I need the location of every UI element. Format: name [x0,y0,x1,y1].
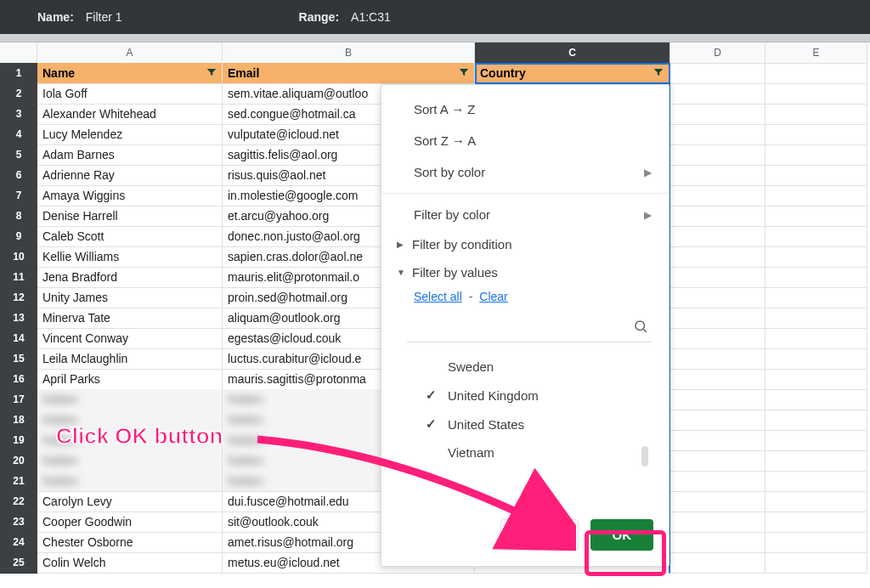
row-number[interactable]: 12 [0,287,37,308]
cell-A[interactable]: April Parks [37,369,223,390]
cell-A[interactable]: Vincent Conway [37,328,223,349]
cell-E[interactable] [765,389,867,410]
cell-A[interactable]: Kellie Williams [37,246,223,268]
cell-D[interactable] [670,410,765,431]
cell-A[interactable]: Unity James [37,287,223,308]
filter-icon[interactable] [457,65,471,79]
cell-E[interactable] [765,348,867,370]
filter-by-color[interactable]: Filter by color▶ [381,199,669,230]
clear-link[interactable]: Clear [479,290,507,303]
cell-A[interactable]: Minerva Tate [37,308,223,329]
filter-value-item[interactable]: ✓United States [407,410,652,438]
cell-D[interactable] [670,552,765,574]
cell-D[interactable] [670,83,765,105]
filter-value-item[interactable]: Sweden [407,353,652,381]
col-B[interactable]: B [223,42,475,64]
select-all-corner[interactable] [0,42,37,64]
cell-E[interactable] [765,83,867,105]
row-number[interactable]: 21 [0,471,37,492]
cell-D[interactable] [670,124,765,145]
row-number[interactable]: 9 [0,226,37,247]
sort-a-z[interactable]: Sort A → Z [381,93,669,125]
cell-D[interactable] [670,308,765,329]
cell-E[interactable] [765,267,867,288]
filter-values-list[interactable]: Sweden✓United Kingdom✓United StatesVietn… [407,353,652,511]
cell-E[interactable] [765,246,867,268]
cell-E[interactable] [765,185,867,206]
row-number[interactable]: 16 [0,369,37,390]
col-D[interactable]: D [670,42,765,64]
row-number[interactable]: 7 [0,185,37,206]
cell-E[interactable] [765,63,867,84]
cancel-button[interactable]: Cancel [500,519,578,551]
filter-range-value[interactable]: A1:C31 [351,10,391,24]
row-number[interactable]: 3 [0,104,37,125]
row-number[interactable]: 2 [0,83,37,105]
cell-A[interactable]: Caleb Scott [37,226,223,247]
row-number[interactable]: 18 [0,410,37,431]
cell-D[interactable] [670,165,765,186]
cell-E[interactable] [765,124,867,145]
cell-A[interactable]: Colin Welch [37,552,223,574]
scrollbar-thumb[interactable] [641,446,648,466]
row-number[interactable]: 11 [0,267,37,288]
filter-search[interactable] [407,314,652,342]
cell-A[interactable]: Iola Goff [37,83,223,105]
cell-D[interactable] [670,185,765,206]
cell-A[interactable]: Adam Barnes [37,144,223,166]
cell-A[interactable]: hidden [37,430,223,451]
cell-D[interactable] [670,267,765,288]
row-number[interactable]: 23 [0,512,37,533]
row-number[interactable]: 13 [0,308,37,329]
cell-A[interactable]: hidden [37,389,223,410]
cell-A[interactable]: Adrienne Ray [37,165,223,186]
cell-A[interactable]: Jena Bradford [37,267,223,288]
cell-D[interactable] [670,512,765,533]
cell-D[interactable] [670,226,765,247]
filter-value-item[interactable]: Vietnam [407,438,652,466]
cell-A[interactable]: Alexander Whitehead [37,104,223,125]
cell-E[interactable] [765,104,867,125]
cell-D[interactable] [670,104,765,125]
cell-E[interactable] [765,471,867,492]
cell-D[interactable] [670,206,765,227]
cell-E[interactable] [765,369,867,390]
cell-B[interactable]: Email [223,63,475,84]
filter-icon[interactable] [652,65,665,79]
cell-E[interactable] [765,144,867,166]
cell-E[interactable] [765,226,867,247]
filter-value-item[interactable]: ✓United Kingdom [407,381,652,410]
row-number[interactable]: 20 [0,450,37,472]
select-all-link[interactable]: Select all [414,290,462,303]
cell-D[interactable] [670,450,765,472]
cell-A[interactable]: Leila Mclaughlin [37,348,223,370]
cell-D[interactable] [670,430,765,451]
cell-A[interactable]: Carolyn Levy [37,491,223,512]
filter-by-condition[interactable]: ▶ Filter by condition [381,230,669,258]
cell-E[interactable] [765,410,867,431]
ok-button[interactable]: OK [590,519,654,551]
cell-E[interactable] [765,532,867,553]
cell-E[interactable] [765,450,867,472]
cell-C[interactable]: Country [475,63,670,84]
cell-A[interactable]: Cooper Goodwin [37,512,223,533]
cell-E[interactable] [765,165,867,186]
cell-A[interactable]: Denise Harrell [37,206,223,227]
cell-A[interactable]: Chester Osborne [37,532,223,553]
row-number[interactable]: 8 [0,206,37,227]
row-number[interactable]: 6 [0,165,37,186]
filter-name-value[interactable]: Filter 1 [86,10,122,24]
cell-D[interactable] [670,328,765,349]
cell-A[interactable]: hidden [37,410,223,431]
cell-E[interactable] [765,491,867,512]
cell-A[interactable]: Lucy Melendez [37,124,223,145]
cell-E[interactable] [765,206,867,227]
cell-D[interactable] [670,369,765,390]
cell-A[interactable]: hidden [37,450,223,472]
row-number[interactable]: 17 [0,389,37,410]
row-number[interactable]: 25 [0,552,37,574]
cell-A[interactable]: Name [37,63,223,84]
row-number[interactable]: 1 [0,63,37,84]
cell-D[interactable] [670,532,765,553]
cell-D[interactable] [670,491,765,512]
